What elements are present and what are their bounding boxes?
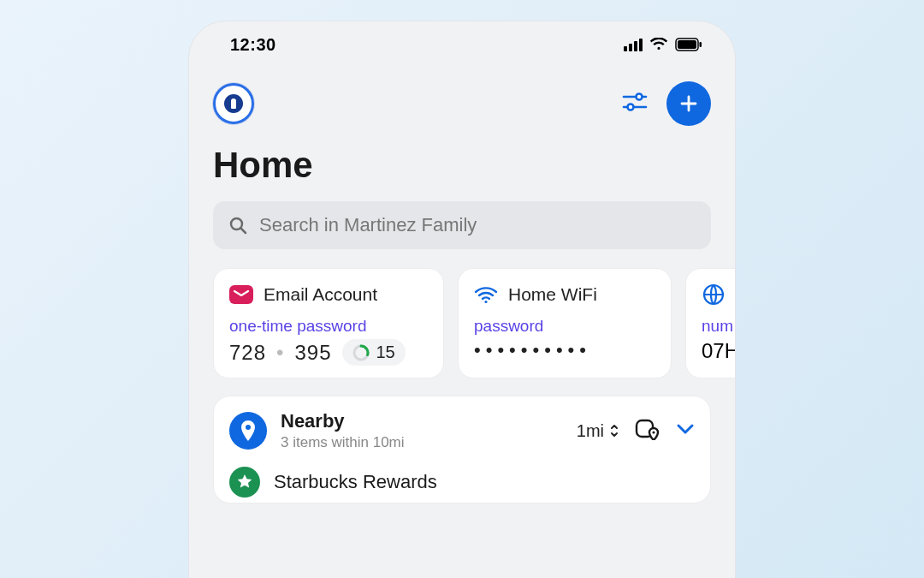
- card-sub-label: one-time password: [229, 317, 428, 336]
- svg-rect-1: [678, 40, 696, 49]
- customize-button[interactable]: [622, 90, 648, 117]
- status-bar: 12:30: [189, 21, 735, 68]
- svg-rect-2: [700, 42, 702, 47]
- expand-button[interactable]: [676, 423, 695, 438]
- search-input[interactable]: Search in Martinez Family: [213, 201, 711, 249]
- nearby-section: Nearby 3 items within 10mi 1mi: [213, 396, 711, 504]
- svg-point-13: [484, 301, 487, 303]
- globe-icon: [702, 283, 726, 307]
- card-value: 07H: [702, 339, 735, 363]
- wifi-icon: [474, 283, 498, 307]
- card-email-account[interactable]: Email Account one-time password 728•395 …: [213, 268, 444, 378]
- card-partial[interactable]: num 07H: [685, 268, 735, 378]
- battery-icon: [675, 38, 702, 51]
- svg-line-10: [241, 229, 246, 234]
- otp-countdown: 15: [342, 339, 406, 366]
- masked-password: ••••••••••: [474, 339, 655, 361]
- nearby-title: Nearby: [281, 410, 405, 432]
- svg-point-16: [652, 431, 654, 433]
- otp-value: 728•395 15: [229, 339, 428, 366]
- svg-point-6: [628, 104, 634, 110]
- card-sub-label: num: [702, 317, 735, 336]
- stepper-icon: [609, 423, 619, 438]
- add-button[interactable]: [666, 81, 711, 126]
- page-title: Home: [189, 136, 735, 201]
- pin-icon: [229, 412, 267, 450]
- app-logo-icon[interactable]: [213, 83, 254, 124]
- card-title: Email Account: [264, 284, 377, 305]
- cellular-signal-icon: [624, 39, 643, 51]
- status-time: 12:30: [230, 35, 276, 55]
- search-icon: [228, 216, 247, 235]
- header: [189, 68, 735, 136]
- wifi-icon: [649, 38, 668, 51]
- brand-icon: [229, 467, 260, 498]
- status-icons: [624, 38, 702, 51]
- mail-icon: [229, 283, 253, 307]
- svg-point-4: [637, 94, 643, 100]
- card-title: Home WiFi: [508, 284, 597, 305]
- card-home-wifi[interactable]: Home WiFi password ••••••••••: [458, 268, 672, 378]
- nearby-subtitle: 3 items within 10mi: [281, 434, 405, 451]
- search-placeholder: Search in Martinez Family: [259, 214, 477, 236]
- range-picker[interactable]: 1mi: [577, 421, 619, 441]
- card-sub-label: password: [474, 317, 655, 336]
- phone-frame: 12:30: [188, 21, 736, 578]
- pinned-cards[interactable]: Email Account one-time password 728•395 …: [189, 268, 735, 396]
- header-actions: [622, 81, 711, 126]
- list-item[interactable]: Starbucks Rewards: [229, 467, 695, 498]
- countdown-ring-icon: [352, 344, 370, 361]
- map-button[interactable]: [635, 418, 660, 444]
- list-item-title: Starbucks Rewards: [274, 471, 437, 493]
